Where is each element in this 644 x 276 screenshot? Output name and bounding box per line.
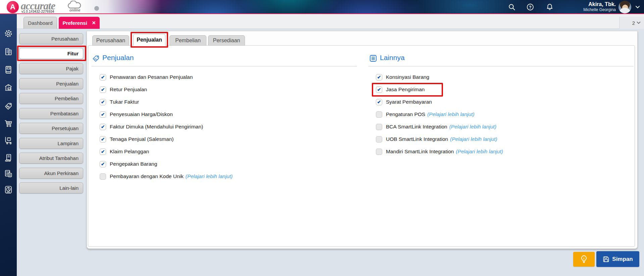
checkbox[interactable] [100, 124, 106, 130]
inventory-icon[interactable] [4, 136, 13, 145]
report-icon[interactable] [4, 185, 13, 195]
save-button[interactable]: Simpan [596, 251, 639, 267]
row-konsinyasi[interactable]: Konsinyasi Barang [376, 73, 429, 81]
checkbox-label: Penawaran dan Pesanan Penjualan [110, 74, 193, 80]
svg-text:?: ? [529, 5, 531, 10]
row-penyesuaian[interactable]: Penyesuaian Harga/Diskon [100, 111, 173, 118]
row-retur[interactable]: Retur Penjualan [100, 86, 147, 93]
lightbulb-icon: ! [580, 255, 588, 264]
checkbox[interactable] [100, 161, 106, 167]
status-dot [94, 6, 99, 11]
row-penawaran[interactable]: Penawaran dan Pesanan Penjualan [100, 73, 193, 81]
fixed-asset-icon[interactable] [4, 153, 13, 163]
prefnav-fitur[interactable]: Fitur [19, 48, 83, 59]
prefnav-atribut-tambahan[interactable]: Atribut Tambahan [19, 153, 83, 164]
checkbox[interactable] [100, 149, 106, 155]
checkbox[interactable] [100, 74, 106, 80]
learn-more-link[interactable]: (Pelajari lebih lanjut) [456, 149, 503, 155]
checkbox-label: Syarat Pembayaran [386, 99, 432, 105]
maintab-pembelian[interactable]: Pembelian [169, 35, 206, 46]
row-jasa-pengiriman[interactable]: Jasa Pengiriman [376, 86, 425, 93]
row-kode-unik[interactable]: Pembayaran dengan Kode Unik (Pelajari le… [100, 173, 233, 180]
row-tenaga-penjual[interactable]: Tenaga Penjual (Salesman) [100, 135, 174, 143]
prefnav-perusahaan[interactable]: Perusahaan [19, 33, 83, 44]
checkbox[interactable] [100, 99, 106, 105]
search-icon[interactable] [508, 3, 515, 11]
learn-more-link[interactable]: (Pelajari lebih lanjut) [450, 136, 497, 142]
checkbox[interactable] [100, 111, 106, 118]
section-title-penjualan: Penjualan [102, 54, 134, 62]
checkbox[interactable] [376, 74, 382, 80]
sales-icon[interactable]: Rp [4, 101, 13, 111]
prefnav-lampiran[interactable]: Lampiran [19, 138, 83, 149]
prefnav-lain-lain[interactable]: Lain-lain [19, 182, 83, 194]
learn-more-link[interactable]: (Pelajari lebih lanjut) [186, 173, 233, 179]
row-uob-smartlink[interactable]: UOB SmartLink Integration (Pelajari lebi… [376, 135, 497, 143]
prefnav-pembatasan[interactable]: Pembatasan [19, 108, 83, 119]
row-mandiri-smartlink[interactable]: Mandiri SmartLink Integration (Pelajari … [376, 148, 503, 155]
prefnav-label: Pembatasan [50, 111, 79, 116]
row-syarat-pembayaran[interactable]: Syarat Pembayaran [376, 98, 432, 106]
maintab-persediaan[interactable]: Persediaan [208, 35, 245, 46]
chevron-down-icon[interactable] [635, 5, 640, 9]
tab-overflow-dropdown[interactable]: 2 [619, 17, 644, 29]
module-sidebar: Rp TAX [0, 14, 17, 276]
prefnav-label: Perusahaan [51, 36, 79, 42]
maintab-penjualan[interactable]: Penjualan [133, 34, 165, 46]
list-box-icon [369, 54, 377, 62]
prefnav-penjualan[interactable]: Penjualan [19, 78, 83, 89]
tax-icon[interactable]: TAX [4, 169, 13, 178]
row-tukar-faktur[interactable]: Tukar Faktur [100, 98, 139, 106]
checkbox[interactable] [376, 149, 382, 155]
settings-icon[interactable] [4, 29, 13, 38]
checkbox[interactable] [100, 173, 106, 180]
checkbox[interactable] [376, 124, 382, 130]
checkbox[interactable] [100, 87, 106, 93]
tab-label: Preferensi [62, 20, 87, 26]
avatar[interactable] [618, 1, 631, 13]
tab-label: Dashboard [28, 20, 52, 26]
user-name: Michelle Georgina [583, 7, 616, 12]
notifications-bell-icon[interactable] [546, 3, 553, 11]
logo-letter: A [10, 3, 15, 11]
tab-count: 2 [632, 20, 635, 26]
row-bca-smartlink[interactable]: BCA SmartLink Integration (Pelajari lebi… [376, 123, 496, 130]
maintab-perusahaan[interactable]: Perusahaan [92, 35, 129, 46]
prefnav-persetujuan[interactable]: Persetujuan [19, 123, 83, 134]
checkbox[interactable] [376, 136, 382, 143]
checkbox-label: Tukar Faktur [110, 99, 139, 105]
help-icon[interactable]: ? [527, 3, 534, 11]
row-pengaturan-pos[interactable]: Pengaturan POS (Pelajari lebih lanjut) [376, 111, 475, 118]
checkbox-label: Konsinyasi Barang [386, 74, 429, 80]
maintab-label: Pembelian [175, 38, 201, 44]
prefnav-pembelian[interactable]: Pembelian [19, 93, 83, 104]
tab-dashboard[interactable]: Dashboard [23, 17, 57, 29]
checkbox[interactable] [376, 99, 382, 105]
learn-more-link[interactable]: (Pelajari lebih lanjut) [427, 111, 474, 117]
checkbox[interactable] [100, 136, 106, 143]
prefnav-akun-perkiraan[interactable]: Akun Perkiraan [19, 168, 83, 179]
tab-preferensi[interactable]: Preferensi ✕ [59, 17, 100, 29]
company-icon[interactable] [4, 47, 13, 56]
accurate-logo-icon[interactable]: A [7, 1, 19, 13]
prefnav-label: Persetujuan [52, 125, 79, 131]
purchase-icon[interactable] [4, 119, 13, 128]
top-bar: A accurate online v1.0.1#3432-2276934 ? … [0, 0, 644, 14]
checkbox-label: Tenaga Penjual (Salesman) [110, 136, 174, 142]
cash-bank-icon[interactable] [4, 83, 13, 92]
row-faktur-dimuka[interactable]: Faktur Dimuka (Mendahului Pengiriman) [100, 123, 203, 130]
ledger-icon[interactable] [4, 65, 13, 74]
checkbox[interactable] [376, 111, 382, 118]
prefnav-pajak[interactable]: Pajak [19, 63, 83, 74]
section-divider [92, 66, 357, 66]
learn-more-link[interactable]: (Pelajari lebih lanjut) [449, 124, 496, 130]
checkbox-label: Jasa Pengiriman [386, 87, 425, 93]
hint-bulb-button[interactable]: ! [573, 252, 595, 267]
user-block[interactable]: Akira, Tbk. Michelle Georgina [583, 1, 616, 12]
checkbox[interactable] [376, 87, 382, 93]
row-pengepakan[interactable]: Pengepakan Barang [100, 160, 157, 168]
checkbox-label: Pembayaran dengan Kode Unik [110, 173, 184, 179]
close-icon[interactable]: ✕ [92, 20, 96, 25]
row-klaim-pelanggan[interactable]: Klaim Pelanggan [100, 148, 149, 155]
checkbox-label: Mandiri SmartLink Integration [386, 149, 454, 155]
